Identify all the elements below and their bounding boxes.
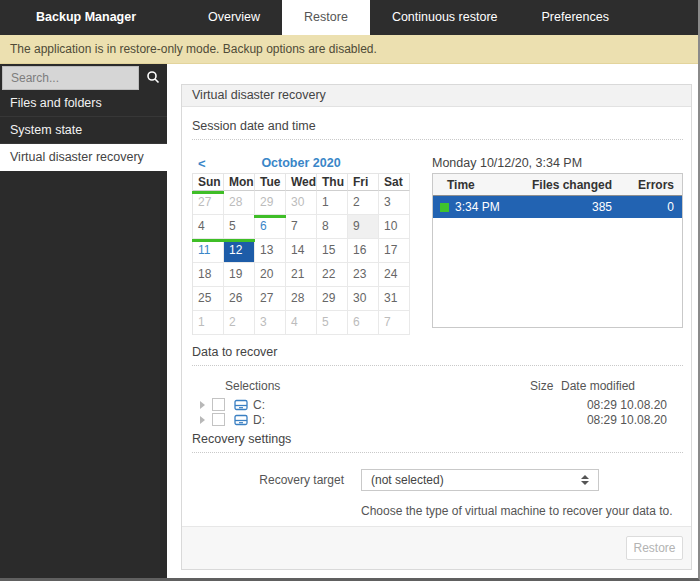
calendar-day-cell[interactable]: 22	[317, 263, 348, 287]
session-picker-row: < October 2020 SunMonTueWedThuFriSat2728…	[192, 156, 683, 335]
session-table-header: Time Files changed Errors	[433, 174, 682, 196]
tab-overview[interactable]: Overview	[186, 0, 282, 35]
calendar-day-cell[interactable]: 1	[317, 191, 348, 215]
calendar-day-cell[interactable]: 26	[224, 287, 255, 311]
vdr-panel: Virtual disaster recovery Session date a…	[181, 84, 692, 570]
calendar-day-cell[interactable]: 6	[255, 215, 286, 239]
calendar-day-cell[interactable]: 19	[224, 263, 255, 287]
calendar-day-cell[interactable]: 3	[379, 191, 410, 215]
session-time-cell: 3:34 PM	[433, 200, 507, 214]
panel-footer: Restore	[182, 526, 691, 569]
app-title: Backup Manager	[0, 0, 186, 35]
session-time-value: 3:34 PM	[455, 200, 500, 214]
calendar-day-cell[interactable]: 7	[286, 215, 317, 239]
calendar-day-cell[interactable]: 7	[379, 311, 410, 335]
calendar-day-cell[interactable]: 30	[286, 191, 317, 215]
calendar-day-cell[interactable]: 17	[379, 239, 410, 263]
recover-rows: C:08:29 10.08.20D:08:29 10.08.20	[192, 397, 683, 427]
recover-row-d: D:08:29 10.08.20	[192, 412, 683, 427]
settings-section-title: Recovery settings	[192, 432, 683, 453]
calendar-day-cell[interactable]: 10	[379, 215, 410, 239]
session-status-icon	[440, 203, 449, 212]
session-table: Time Files changed Errors 3:34 PM3850	[432, 173, 683, 328]
recover-checkbox[interactable]	[212, 413, 225, 426]
sidebar-item-system-state[interactable]: System state	[0, 117, 167, 144]
session-files-changed-value: 385	[507, 200, 612, 214]
content-area: Virtual disaster recovery Session date a…	[167, 64, 698, 578]
column-header-date-modified: Date modified	[561, 379, 683, 393]
recovery-target-select[interactable]: (not selected)	[361, 469, 599, 491]
drive-label: C:	[253, 398, 265, 412]
panel-title: Virtual disaster recovery	[182, 85, 691, 107]
search-button[interactable]	[139, 66, 167, 90]
calendar-day-cell[interactable]: 28	[224, 191, 255, 215]
sidebar: Files and foldersSystem stateVirtual dis…	[0, 64, 167, 578]
calendar-day-cell[interactable]: 15	[317, 239, 348, 263]
panel-body: Session date and time < October 2020 Sun…	[182, 107, 691, 526]
calendar-day-cell[interactable]: 23	[348, 263, 379, 287]
calendar-day-cell[interactable]: 9	[348, 215, 379, 239]
drive-icon	[234, 414, 248, 426]
calendar-day-cell[interactable]: 4	[193, 215, 224, 239]
calendar-day-cell[interactable]: 11	[193, 239, 224, 263]
calendar-day-cell[interactable]: 16	[348, 239, 379, 263]
calendar-day-cell[interactable]: 2	[348, 191, 379, 215]
calendar-day-cell[interactable]: 31	[379, 287, 410, 311]
session-row-item[interactable]: 3:34 PM3850	[433, 196, 682, 218]
calendar-day-header-wed: Wed	[286, 174, 317, 191]
search-icon	[146, 70, 160, 87]
column-header-size: Size	[530, 379, 561, 393]
calendar-day-header-mon: Mon	[224, 174, 255, 191]
sidebar-item-files-and-folders[interactable]: Files and folders	[0, 90, 167, 117]
recover-tree-cell: D:	[192, 413, 530, 427]
calendar-day-cell[interactable]: 27	[193, 191, 224, 215]
calendar-day-cell[interactable]: 25	[193, 287, 224, 311]
calendar-day-cell[interactable]: 20	[255, 263, 286, 287]
search-input[interactable]	[2, 66, 139, 90]
calendar-day-header-fri: Fri	[348, 174, 379, 191]
calendar-day-cell[interactable]: 4	[286, 311, 317, 335]
calendar-day-cell[interactable]: 29	[255, 191, 286, 215]
expand-triangle-icon[interactable]	[200, 416, 205, 424]
calendar-day-cell[interactable]: 14	[286, 239, 317, 263]
calendar-day-cell[interactable]: 2	[224, 311, 255, 335]
session-errors-value: 0	[612, 200, 682, 214]
calendar-day-cell[interactable]: 13	[255, 239, 286, 263]
calendar-day-cell[interactable]: 5	[224, 215, 255, 239]
calendar-day-header-sat: Sat	[379, 174, 410, 191]
expand-triangle-icon[interactable]	[200, 401, 205, 409]
tab-continuous-restore[interactable]: Continuous restore	[370, 0, 520, 35]
tab-restore[interactable]: Restore	[282, 0, 370, 35]
calendar-day-header-thu: Thu	[317, 174, 348, 191]
calendar-day-header-sun: Sun	[193, 174, 224, 191]
recover-date-modified-value: 08:29 10.08.20	[561, 413, 683, 427]
nav-tabs: OverviewRestoreContinuous restorePrefere…	[186, 0, 631, 35]
calendar-day-cell[interactable]: 18	[193, 263, 224, 287]
recover-checkbox[interactable]	[212, 398, 225, 411]
restore-only-banner: The application is in restore-only mode.…	[0, 35, 698, 64]
restore-button[interactable]: Restore	[626, 536, 683, 560]
session-rows: 3:34 PM3850	[433, 196, 682, 218]
calendar-day-cell[interactable]: 5	[317, 311, 348, 335]
calendar-day-cell[interactable]: 21	[286, 263, 317, 287]
calendar-month-label[interactable]: October 2020	[192, 156, 410, 171]
calendar-day-cell[interactable]: 24	[379, 263, 410, 287]
session-section-title: Session date and time	[192, 119, 683, 140]
tab-preferences[interactable]: Preferences	[520, 0, 631, 35]
calendar-day-cell[interactable]: 27	[255, 287, 286, 311]
column-header-selections: Selections	[192, 379, 530, 393]
sidebar-item-virtual-disaster-recovery[interactable]: Virtual disaster recovery	[0, 144, 167, 171]
recover-date-modified-value: 08:29 10.08.20	[561, 398, 683, 412]
column-header-time: Time	[433, 178, 507, 192]
calendar-day-cell[interactable]: 8	[317, 215, 348, 239]
column-header-errors: Errors	[612, 178, 682, 192]
calendar: < October 2020 SunMonTueWedThuFriSat2728…	[192, 156, 410, 335]
calendar-day-cell[interactable]: 1	[193, 311, 224, 335]
calendar-day-cell[interactable]: 29	[317, 287, 348, 311]
calendar-day-cell[interactable]: 12	[224, 239, 255, 263]
calendar-day-cell[interactable]: 28	[286, 287, 317, 311]
calendar-day-cell[interactable]: 3	[255, 311, 286, 335]
calendar-day-cell[interactable]: 30	[348, 287, 379, 311]
calendar-prev-icon[interactable]: <	[198, 156, 206, 171]
calendar-day-cell[interactable]: 6	[348, 311, 379, 335]
